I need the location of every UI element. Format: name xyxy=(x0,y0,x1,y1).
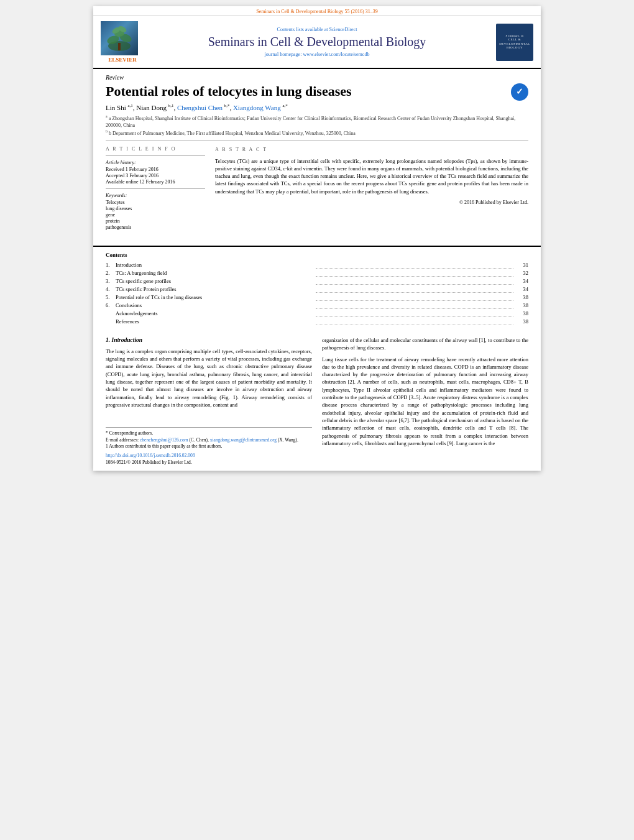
author-wang: Xiangdong Wang xyxy=(233,104,281,111)
contents-label-6: Conclusions xyxy=(116,302,313,309)
email-note: E-mail addresses: chenchengshui@126.com … xyxy=(106,437,312,444)
affiliation-a: a a Zhongshan Hospital, Shanghai Institu… xyxy=(106,114,528,129)
article-page: Seminars in Cell & Developmental Biology… xyxy=(93,6,541,471)
right-paragraph-1: organization of the cellular and molecul… xyxy=(322,336,528,352)
abstract-title: A B S T R A C T xyxy=(215,146,528,154)
contents-num-1: 1. xyxy=(106,262,116,269)
journal-center-header: Contents lists available at ScienceDirec… xyxy=(144,27,490,57)
right-paragraph-2: Lung tissue cells for the treatment of a… xyxy=(322,356,528,448)
received-date: Received 1 February 2016 xyxy=(106,167,205,172)
journal-title: Seminars in Cell & Developmental Biology xyxy=(150,35,484,49)
journal-citation-bar: Seminars in Cell & Developmental Biology… xyxy=(93,6,541,16)
contents-dots-7 xyxy=(316,310,513,317)
contents-label-3: TCs specific gene profiles xyxy=(116,278,313,285)
journal-header: ELSEVIER Contents lists available at Sci… xyxy=(93,16,541,69)
info-divider-2 xyxy=(106,188,205,189)
authors-line: Lin Shi a,1, Nian Dong b,1, Chengshui Ch… xyxy=(106,103,528,111)
author-chen: Chengshui Chen xyxy=(177,104,223,111)
elsevier-image xyxy=(101,21,138,55)
right-column: organization of the cellular and molecul… xyxy=(322,336,528,466)
accepted-date: Accepted 3 February 2016 xyxy=(106,173,205,178)
intro-heading: 1. Introduction xyxy=(106,336,312,345)
available-date: Available online 12 February 2016 xyxy=(106,179,205,185)
contents-dots-5 xyxy=(316,294,513,301)
footnotes-block: * Corresponding authors. E-mail addresse… xyxy=(106,427,312,450)
contents-title: Contents xyxy=(106,252,528,258)
elsevier-logo: ELSEVIER xyxy=(101,21,144,63)
intro-paragraph-1: The lung is a complex organ comprising m… xyxy=(106,348,312,409)
contents-row-6: 6. Conclusions 38 xyxy=(106,302,528,309)
contents-label-7: Acknowledgements xyxy=(116,310,313,317)
homepage-link[interactable]: www.elsevier.com/locate/semcdb xyxy=(303,52,369,57)
keyword-4: protein xyxy=(106,218,205,224)
article-info-title: A R T I C L E I N F O xyxy=(106,146,205,152)
issn-line: 1084-9521/© 2016 Published by Elsevier L… xyxy=(106,459,312,466)
contents-dots-8 xyxy=(316,318,513,325)
contents-page-4: 34 xyxy=(516,286,528,293)
corresponding-note: * Corresponding authors. xyxy=(106,430,312,437)
email1-link[interactable]: chenchengshui@126.com xyxy=(140,437,188,443)
abstract-column: A B S T R A C T Telocytes (TCs) are a un… xyxy=(215,146,528,231)
contents-page-8: 38 xyxy=(516,318,528,325)
journal-logo-right: Seminars inCELL &DEVELOPMENTALBIOLOGY xyxy=(490,24,533,61)
left-column: 1. Introduction The lung is a complex or… xyxy=(106,336,312,466)
contents-page-6: 38 xyxy=(516,302,528,309)
doi-link[interactable]: http://dx.doi.org/10.1016/j.semcdb.2016.… xyxy=(106,453,195,458)
article-body: Review Potential roles of telocytes in l… xyxy=(93,69,541,241)
contents-row-4: 4. TCs specific Protein profiles 34 xyxy=(106,286,528,293)
article-info-column: A R T I C L E I N F O Article history: R… xyxy=(106,146,205,231)
copyright-text: © 2016 Published by Elsevier Ltd. xyxy=(215,199,528,206)
keywords-title: Keywords: xyxy=(106,193,205,198)
contents-dots-1 xyxy=(316,262,513,269)
contents-dots-4 xyxy=(316,286,513,293)
contents-num-8 xyxy=(106,318,116,325)
contents-page-2: 32 xyxy=(516,270,528,277)
contents-label-5: Potential role of TCs in the lung diseas… xyxy=(116,294,313,301)
keyword-5: pathogenesis xyxy=(106,224,205,230)
contents-num-4: 4. xyxy=(106,286,116,293)
info-divider-1 xyxy=(106,155,205,156)
journal-homepage-line: journal homepage: www.elsevier.com/locat… xyxy=(150,52,484,57)
contents-row-7: Acknowledgements 38 xyxy=(106,310,528,317)
affiliations: a a Zhongshan Hospital, Shanghai Institu… xyxy=(106,114,528,137)
title-row: Potential roles of telocytes in lung dis… xyxy=(106,83,528,103)
email2-link[interactable]: xiangdong.wang@clintransmed.org xyxy=(210,437,277,443)
journal-logo-box: Seminars inCELL &DEVELOPMENTALBIOLOGY xyxy=(496,24,533,61)
journal-citation: Seminars in Cell & Developmental Biology… xyxy=(256,9,378,14)
article-title: Potential roles of telocytes in lung dis… xyxy=(106,83,352,99)
article-type: Review xyxy=(106,74,528,81)
keyword-2: lung diseases xyxy=(106,206,205,211)
contents-row-2: 2. TCs: A burgeoning field 32 xyxy=(106,270,528,277)
keyword-3: gene xyxy=(106,212,205,218)
info-abstract-columns: A R T I C L E I N F O Article history: R… xyxy=(106,141,528,231)
footnotes-area: * Corresponding authors. E-mail addresse… xyxy=(106,427,312,466)
history-label: Article history: xyxy=(106,160,205,165)
contents-num-7 xyxy=(106,310,116,317)
first-author-note: 1 Authors contributed to this paper equa… xyxy=(106,443,312,450)
doi-line: http://dx.doi.org/10.1016/j.semcdb.2016.… xyxy=(106,453,312,466)
sciencedirect-link[interactable]: ScienceDirect xyxy=(329,27,357,32)
contents-num-6: 6. xyxy=(106,302,116,309)
svg-rect-6 xyxy=(118,43,121,50)
contents-num-3: 3. xyxy=(106,278,116,285)
abstract-text: Telocytes (TCs) are a unique type of int… xyxy=(215,157,528,196)
contents-row-1: 1. Introduction 31 xyxy=(106,262,528,269)
contents-page-1: 31 xyxy=(516,262,528,269)
contents-row-5: 5. Potential role of TCs in the lung dis… xyxy=(106,294,528,301)
contents-num-5: 5. xyxy=(106,294,116,301)
contents-label-2: TCs: A burgeoning field xyxy=(116,270,313,277)
contents-dots-2 xyxy=(316,270,513,277)
contents-page-7: 38 xyxy=(516,310,528,317)
sciencedirect-line: Contents lists available at ScienceDirec… xyxy=(150,27,484,32)
contents-label-8: References xyxy=(116,318,313,325)
contents-section: Contents 1. Introduction 31 2. TCs: A bu… xyxy=(93,246,541,331)
contents-label-4: TCs specific Protein profiles xyxy=(116,286,313,293)
contents-row-8: References 38 xyxy=(106,318,528,325)
elsevier-brand: ELSEVIER xyxy=(101,57,144,63)
contents-table: 1. Introduction 31 2. TCs: A burgeoning … xyxy=(106,262,528,325)
contents-dots-3 xyxy=(316,278,513,285)
contents-dots-6 xyxy=(316,302,513,309)
contents-page-5: 38 xyxy=(516,294,528,301)
contents-label-1: Introduction xyxy=(116,262,313,269)
crossmark-badge: ✓ xyxy=(511,83,528,101)
